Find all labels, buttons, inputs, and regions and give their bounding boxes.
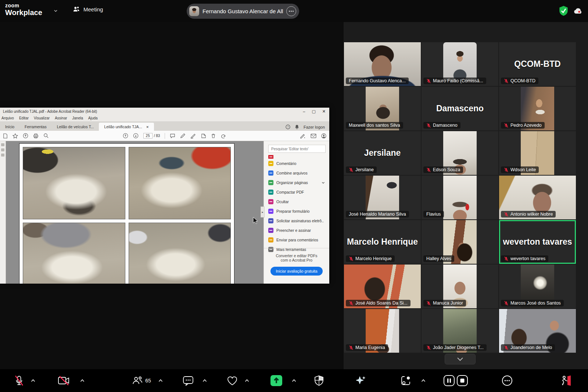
menu-assinar[interactable]: Assinar	[55, 116, 67, 120]
menu-arquivo[interactable]: Arquivo	[1, 116, 14, 120]
security-shield-icon[interactable]	[559, 6, 569, 16]
participant-tile-fernando[interactable]: Fernando Gustavo Alenca...	[344, 42, 421, 86]
page-number-input[interactable]: 25	[143, 133, 153, 139]
tool-item-organizar-paginas[interactable]: Organizar páginas	[268, 178, 329, 187]
tools-search-box[interactable]	[268, 145, 326, 153]
tool-item-ocultar[interactable]: Ocultar	[268, 197, 329, 206]
apps-options-chevron[interactable]	[421, 379, 426, 382]
search-icon[interactable]	[43, 133, 49, 139]
reactions-options-chevron[interactable]	[245, 379, 250, 382]
participant-tile-flavius[interactable]: Flavius	[422, 176, 498, 219]
security-button[interactable]	[314, 375, 324, 386]
tab-leilao-unificado[interactable]: Leilão unificado TJA... ✕	[99, 123, 154, 131]
participant-tile-weverton-active-speaker[interactable]: weverton tavares weverton tavares	[499, 220, 576, 264]
start-free-trial-button[interactable]: Iniciar avaliação gratuita	[270, 267, 322, 276]
tab-leilao-veiculos[interactable]: Leilão de veículos T...	[52, 123, 99, 131]
menu-visualizar[interactable]: Visualizar	[34, 116, 50, 120]
acrobat-left-rail[interactable]	[0, 141, 6, 284]
page-down-icon[interactable]	[133, 133, 139, 139]
tab-inicio[interactable]: Início	[0, 123, 19, 131]
email-icon[interactable]	[311, 134, 316, 138]
tab-close-icon[interactable]: ✕	[146, 125, 149, 129]
more-button[interactable]	[501, 375, 513, 386]
window-minimize-button[interactable]: –	[303, 109, 305, 114]
tool-item-partial[interactable]	[268, 155, 329, 159]
help-icon[interactable]: ?	[286, 125, 290, 129]
participant-tile-jose-aldo[interactable]: José Aldo Soares Da Si...	[344, 265, 421, 308]
leave-meeting-button[interactable]	[560, 375, 572, 386]
tool-item-preencher-assinar[interactable]: Preencher e assinar	[268, 226, 329, 235]
apps-button[interactable]	[400, 375, 411, 386]
participant-tile-pedro[interactable]: Pedro Azevedo	[499, 87, 576, 130]
participant-tile-qcom-btd[interactable]: QCOM-BTD QCOM-BTD	[499, 42, 576, 86]
record-pause-button[interactable]	[443, 375, 455, 386]
share-options-chevron[interactable]	[292, 379, 297, 382]
highlighter-icon[interactable]	[190, 133, 196, 139]
profile-icon[interactable]	[321, 133, 326, 139]
file-icon[interactable]	[3, 133, 8, 139]
record-stop-button[interactable]	[456, 375, 468, 386]
chat-options-chevron[interactable]	[202, 379, 207, 382]
tool-item-combine-arquivos[interactable]: Combine arquivos	[268, 168, 329, 178]
chat-button[interactable]	[183, 375, 194, 386]
mute-button[interactable]	[14, 375, 25, 386]
window-maximize-button[interactable]: ▢	[312, 109, 315, 114]
participant-tile-edson[interactable]: Edson Souza	[422, 131, 498, 175]
pencil-icon[interactable]	[180, 133, 186, 139]
cloud-upload-icon[interactable]	[23, 133, 28, 139]
gallery-scroll-down-button[interactable]	[445, 354, 476, 364]
tools-search-input[interactable]	[269, 147, 325, 151]
star-icon[interactable]	[12, 133, 18, 139]
participant-tile-marcelo[interactable]: Marcelo Henrique Marcelo Henrique	[344, 220, 421, 264]
participant-tile-marcos[interactable]: Marcos José dos Santos	[499, 265, 576, 308]
participant-tile-maxwell[interactable]: Maxwell dos santos Silva	[344, 87, 421, 130]
window-close-button[interactable]: ✕	[322, 109, 326, 114]
comment-icon[interactable]	[170, 133, 175, 139]
participant-tile-halley[interactable]: Halley Alves	[422, 220, 498, 264]
export-icon[interactable]	[201, 133, 206, 139]
participant-tile-joanderson[interactable]: Joanderson de Melo	[499, 309, 576, 353]
video-button[interactable]	[58, 376, 70, 385]
tab-meeting[interactable]: Meeting	[73, 6, 103, 12]
tool-item-enviar-comentarios[interactable]: Enviar para comentários	[268, 235, 329, 245]
page-up-icon[interactable]	[123, 133, 128, 139]
participant-tile-wdson[interactable]: Wdson Leite	[499, 131, 576, 175]
participants-button[interactable]: 65	[132, 375, 151, 386]
print-icon[interactable]	[33, 133, 39, 139]
participant-tile-joao-jader[interactable]: João Jader Diogenes T...	[422, 309, 498, 353]
active-speaker-pill[interactable]: Fernando Gustavo Alencar de All	[187, 4, 299, 19]
participant-tile-jersilane[interactable]: Jersilane Jersilane	[344, 131, 421, 175]
trash-icon[interactable]	[211, 133, 216, 139]
video-options-chevron[interactable]	[80, 379, 85, 382]
mute-options-chevron[interactable]	[31, 379, 36, 382]
participants-options-chevron[interactable]	[158, 379, 163, 382]
tool-item-preparar-formulario[interactable]: Preparar formulário	[268, 206, 329, 216]
participant-tile-antonio[interactable]: Antonio wilker Nobre	[499, 176, 576, 219]
undo-icon[interactable]	[220, 133, 226, 139]
participant-tile-damasceno[interactable]: Damasceno Damasceno	[422, 87, 498, 130]
tool-item-comentario[interactable]: Comentário	[268, 159, 329, 168]
menu-ajuda[interactable]: Ajuda	[88, 116, 98, 120]
share-screen-button[interactable]	[270, 374, 283, 387]
participant-tile-mauro[interactable]: Mauro Faião (Comissã...	[422, 42, 498, 86]
menu-editar[interactable]: Editar	[19, 116, 29, 120]
fill-sign-pen-icon[interactable]	[300, 133, 306, 139]
menu-janela[interactable]: Janela	[72, 116, 83, 120]
participant-name: Marcos José dos Santos	[510, 301, 561, 306]
tool-item-solicitar-assinaturas[interactable]: Solicitar assinaturas eletrô..	[268, 216, 329, 226]
bell-icon[interactable]	[295, 125, 299, 129]
ai-companion-button[interactable]	[355, 375, 367, 386]
participant-tile-manuca[interactable]: Manuca Junior	[422, 265, 498, 308]
panel-collapse-handle[interactable]: ▸	[261, 206, 265, 217]
login-link[interactable]: Fazer logon	[304, 125, 325, 129]
tab-ferramentas[interactable]: Ferramentas	[19, 123, 52, 131]
recording-cloud-icon[interactable]	[573, 7, 583, 15]
reactions-button[interactable]	[227, 376, 238, 386]
participant-tile-jose-henaldo[interactable]: José Henaldo Mariano Silva	[344, 176, 421, 219]
speaker-name: Fernando Gustavo Alencar de All	[202, 8, 283, 14]
pill-more-icon[interactable]	[286, 6, 296, 16]
participant-tile-maria[interactable]: Maria Eugenia	[344, 309, 421, 353]
chevron-down-icon[interactable]	[54, 9, 58, 13]
tool-item-compactar-pdf[interactable]: Compactar PDF	[268, 187, 329, 197]
chevron-down-icon[interactable]	[322, 181, 325, 184]
